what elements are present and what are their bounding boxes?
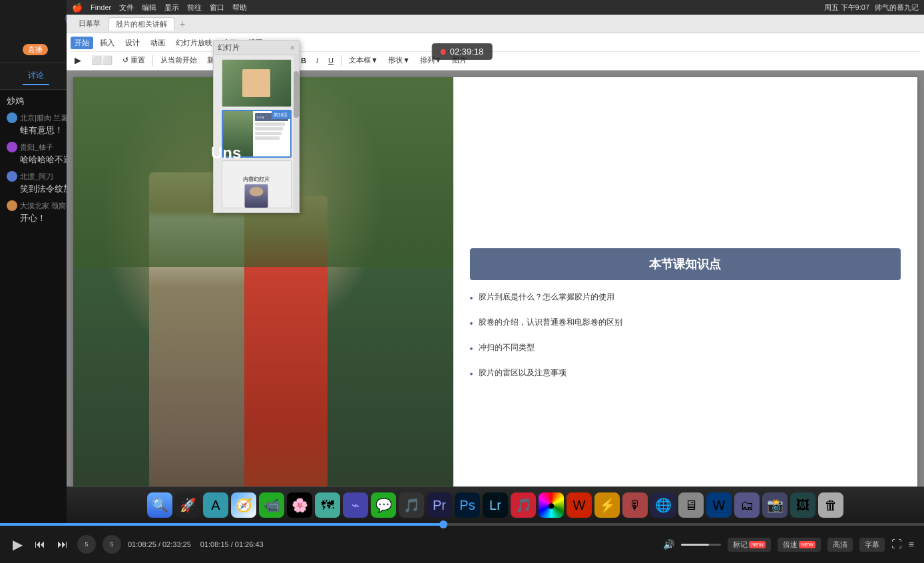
ppt-ribbon: 开始 插入 设计 动画 幻灯片放映 审阅 视图 ▶ ⬜⬜ ↺ 重置 从当前开始 … [67,33,924,71]
dock-podcast-icon[interactable]: 🎙 [622,492,648,518]
tag-btn[interactable]: 标记 NEW [728,538,771,552]
controls-row: ▶ ⏮ ⏭ 5 5 01:08:25 / 02:33:25 01:08:15 /… [0,526,924,563]
volume-filled [681,544,709,546]
floating-panel-close-btn[interactable]: × [290,43,295,53]
from-current-btn[interactable]: 从当前开始 [156,54,201,67]
ribbon-slideshow-btn[interactable]: 幻灯片放映 [172,37,216,49]
dock-launchpad-icon[interactable]: 🚀 [175,492,200,518]
dock-colorball-icon[interactable]: ● [539,492,564,518]
dock-facetime-icon[interactable]: 📹 [259,492,284,518]
slide-layout-icons[interactable]: ⬜⬜ [87,54,116,67]
dock-monitor-icon[interactable]: 🖥 [678,492,704,518]
slide-title-box: 本节课知识点 [470,248,901,280]
text-box-btn[interactable]: 文本框▼ [345,54,382,67]
underline-btn[interactable]: U [324,55,338,66]
dock-bar: 🔍 🚀 A 🧭 📹 🌸 🗺 ⌁ 💬 🎵 Pr Ps Lr 🎵 ● W ⚡ 🎙 🌐… [67,486,924,523]
dock-premiere-icon[interactable]: Pr [427,492,452,518]
ribbon-sep3 [341,55,342,66]
dock-trash-icon[interactable]: 🗑 [818,492,843,518]
dock-photos2-icon[interactable]: 🖼 [790,492,815,518]
bullet-icon: • [470,317,473,331]
ppt-new-tab-btn[interactable]: + [176,19,189,29]
ppt-tab-lecture[interactable]: 股片的相关讲解 [109,17,174,31]
dock-photoshop-icon[interactable]: Ps [455,492,480,518]
menu-btn[interactable]: ≡ [909,539,914,550]
dock-wechat-icon[interactable]: 💬 [371,492,396,518]
menu-right: 周五 下午9:07 帅气的慕九记 [824,3,919,13]
dock-wps2-icon[interactable]: W [706,492,732,518]
dock-unknown1-icon[interactable]: 🎵 [399,492,424,518]
volume-slider[interactable] [681,544,721,546]
ribbon-design-btn[interactable]: 设计 [121,37,144,49]
ribbon-animation-btn[interactable]: 动画 [146,37,169,49]
volume-icon[interactable]: 🔊 [663,539,674,550]
skip-next-btn[interactable]: ⏭ [55,536,71,553]
ribbon-insert-btn[interactable]: 插入 [96,37,118,49]
sub-tab-discuss[interactable]: 讨论 [23,67,49,85]
floating-slide-panel: 幻灯片 × 本节课 [213,40,300,213]
shapes-btn[interactable]: 形状▼ [384,54,414,67]
play-from-start-btn[interactable]: ▶ [71,54,85,67]
datetime-display: 周五 下午9:07 [824,3,869,13]
dock-finder2-icon[interactable]: 🗂 [734,492,760,518]
dock-netease-icon[interactable]: 🎵 [511,492,536,518]
italic-btn[interactable]: I [312,55,322,66]
skip-forward-5-btn[interactable]: 5 [103,535,121,554]
dock-airdrop-icon[interactable]: ⌁ [343,492,368,518]
user-display: 帅气的慕九记 [875,3,919,13]
ppt-tab-home[interactable]: 日幕草 [72,17,107,30]
menu-item-go[interactable]: 前往 [187,3,202,13]
fullscreen-btn[interactable]: ⛶ [891,538,902,550]
reset-btn[interactable]: ↺ 重置 [118,54,149,67]
bullet-icon: • [470,342,473,356]
play-pause-btn[interactable]: ▶ [10,534,25,555]
dock-safari-icon[interactable]: 🧭 [231,492,256,518]
apple-logo-icon: 🍎 [72,3,83,13]
menu-item-view[interactable]: 显示 [164,3,179,13]
menu-item-edit[interactable]: 编辑 [142,3,156,13]
dock-photos-icon[interactable]: 🌸 [287,492,312,518]
menu-item-help[interactable]: 帮助 [232,3,247,13]
menu-item-window[interactable]: 窗口 [210,3,224,13]
bullet-icon: • [470,291,473,305]
slide-thumb-1[interactable] [222,59,292,107]
avatar [7,171,17,182]
ribbon-start-btn[interactable]: 开始 [71,37,93,49]
presentation-area: 日幕草 股片的相关讲解 + 开始 插入 设计 动画 幻灯片放映 审阅 视图 ▶ … [67,15,924,563]
slide-thumb-3[interactable]: 内容幻灯片 [222,160,292,208]
new-badge-speed: NEW [799,541,815,548]
scroll-track[interactable] [294,55,299,212]
dock-unknown2-icon[interactable]: ⚡ [594,492,620,518]
ribbon-menu-row: 开始 插入 设计 动画 幻灯片放映 审阅 视图 [71,35,920,52]
dock-finder-icon[interactable]: 🔍 [147,492,172,518]
video-time: 02:39:18 [450,47,484,57]
slide-canvas: 本节课知识点 • 胶片到底是什么？怎么掌握胶片的使用 • 胶卷的介绍，认识普通卷… [67,71,924,558]
slide-bullet-3: • 冲扫的不同类型 [470,341,901,356]
recording-dot-icon [441,49,446,55]
slide-thumbnails: 本节课 第18页 内容幻灯片 [214,55,299,212]
time-clip: 01:08:15 / 01:26:43 [200,540,264,548]
scroll-thumb[interactable] [294,71,299,118]
dock-wps-icon[interactable]: W [567,492,592,518]
skip-prev-btn[interactable]: ⏮ [32,536,48,553]
menu-item-file[interactable]: 文件 [119,3,134,13]
progress-dot-icon [439,520,447,528]
slide-thumb-2-active[interactable]: 本节课 第18页 [222,110,292,158]
ppt-tabs-bar: 日幕草 股片的相关讲解 + [67,15,924,33]
dock-appstore-icon[interactable]: A [203,492,228,518]
speed-btn[interactable]: 倍速 NEW [778,538,821,552]
quality-btn[interactable]: 高清 [827,538,853,552]
dock-screenshot-icon[interactable]: 📸 [762,492,788,518]
video-time-badge: 02:39:18 [432,43,493,60]
live-badge: 直播 [23,44,48,55]
menu-item-finder[interactable]: Finder [91,3,111,11]
dock-browser-icon[interactable]: 🌐 [650,492,676,518]
slide-text-area: 本节课知识点 • 胶片到底是什么？怎么掌握胶片的使用 • 胶卷的介绍，认识普通卷… [453,77,917,552]
subtitle-btn[interactable]: 字幕 [859,538,885,552]
dock-maps-icon[interactable]: 🗺 [315,492,340,518]
progress-bar[interactable] [0,523,924,526]
dock-lightroom-icon[interactable]: Lr [483,492,508,518]
slide-bullet-4: • 胶片的雷区以及注意事项 [470,367,901,381]
skip-back-5-btn[interactable]: 5 [77,535,96,554]
avatar [7,142,17,152]
